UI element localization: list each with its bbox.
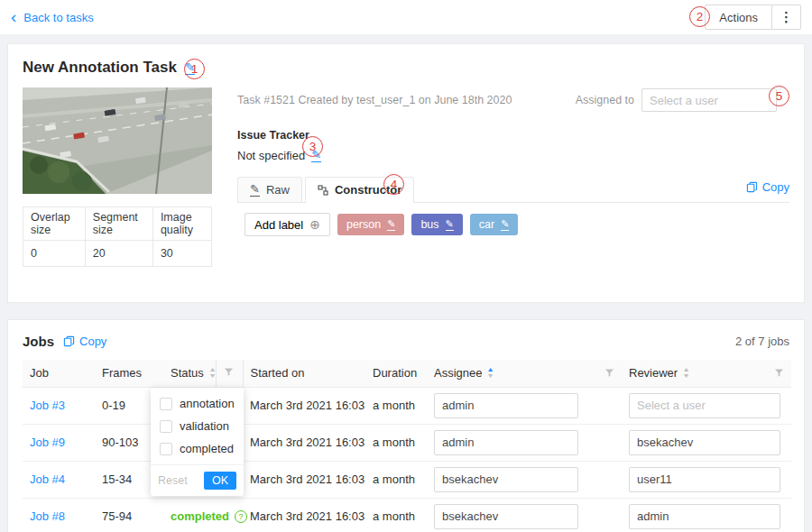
edit-issue-tracker-icon[interactable]: ✎	[311, 149, 321, 162]
assignee-filter-button[interactable]	[604, 368, 614, 378]
label-chip-bus-name: bus	[420, 218, 438, 231]
column-header-assignee[interactable]: Assignee	[427, 360, 622, 387]
filter-funnel-icon	[224, 367, 234, 377]
task-left-column: Overlap size Segment size Image quality …	[23, 87, 212, 267]
actions-more-button[interactable]: ⋮	[772, 5, 801, 30]
actions-button[interactable]: Actions	[705, 5, 772, 30]
task-right-column: Task #1521 Created by test_user_1 on Jun…	[237, 87, 789, 267]
reviewer-input[interactable]	[629, 504, 780, 529]
edit-label-icon[interactable]: ✎	[446, 219, 454, 231]
column-header-status[interactable]: Status	[163, 360, 216, 387]
jobs-header: Jobs Copy 2 of 7 jobs	[23, 331, 789, 351]
label-chip-person[interactable]: person ✎	[337, 214, 404, 235]
plus-circle-icon: ⊕	[309, 218, 320, 231]
assignee-input[interactable]	[434, 467, 578, 492]
issue-tracker-value: Not specified	[237, 149, 305, 162]
job-link[interactable]: Job #4	[30, 472, 65, 486]
column-duration-label: Duration	[373, 366, 417, 380]
filter-option-validation[interactable]: validation	[151, 415, 244, 437]
duration-cell: a month	[365, 498, 427, 532]
question-circle-icon[interactable]: ?	[235, 510, 247, 523]
filter-option-annotation[interactable]: annotation	[151, 392, 244, 415]
labels-tabs-bar: ✎ Raw Constructor Copy	[237, 177, 789, 203]
jobs-table: Job Frames Status Started on Duration As…	[23, 360, 791, 532]
checkbox-annotation[interactable]	[160, 398, 172, 410]
column-status-label: Status	[171, 366, 204, 380]
param-header-overlap: Overlap size	[23, 207, 86, 241]
back-to-tasks-link[interactable]: ‹ Back to tasks	[11, 10, 94, 25]
job-row: Job #9 90-103 March 3rd 2021 16:03 a mon…	[23, 424, 791, 461]
column-frames-label: Frames	[102, 366, 142, 380]
param-header-segment: Segment size	[85, 207, 152, 241]
block-constructor-icon	[318, 185, 328, 196]
status-cell: completed ?	[163, 498, 243, 532]
edit-label-icon[interactable]: ✎	[387, 219, 395, 231]
pencil-icon: ✎	[250, 183, 260, 197]
copy-labels-link[interactable]: Copy	[746, 180, 789, 199]
label-chip-person-name: person	[346, 218, 381, 231]
reviewer-sort-icons[interactable]	[683, 367, 689, 379]
reviewer-filter-button[interactable]	[774, 368, 784, 378]
copy-jobs-label: Copy	[79, 335, 106, 348]
reviewer-input[interactable]	[629, 467, 780, 492]
back-to-tasks-label: Back to tasks	[23, 11, 93, 24]
column-started-label: Started on	[251, 366, 305, 380]
column-reviewer-label: Reviewer	[629, 366, 678, 380]
column-header-frames: Frames	[95, 360, 163, 387]
duration-cell: a month	[365, 461, 427, 498]
labels-constructor-area: Add label ⊕ person ✎ bus ✎ car ✎	[237, 203, 789, 246]
checkbox-completed[interactable]	[160, 443, 172, 455]
label-chip-car[interactable]: car ✎	[470, 214, 519, 235]
filter-option-annotation-label: annotation	[180, 397, 235, 410]
jobs-table-header-row: Job Frames Status Started on Duration As…	[23, 360, 791, 387]
task-assignee-select[interactable]	[641, 88, 777, 112]
column-header-reviewer[interactable]: Reviewer	[622, 360, 791, 387]
assignee-input[interactable]	[434, 430, 578, 455]
duration-cell: a month	[365, 424, 427, 461]
assignee-sort-icons[interactable]	[487, 367, 494, 379]
task-details-card: New Annotation Task ✎	[7, 43, 805, 303]
job-link[interactable]: Job #3	[30, 399, 65, 412]
filter-funnel-icon	[774, 368, 784, 378]
copy-icon	[63, 335, 75, 347]
checkbox-validation[interactable]	[160, 420, 172, 433]
status-filter-button[interactable]	[216, 360, 243, 387]
assignee-input[interactable]	[434, 393, 578, 418]
tab-constructor[interactable]: Constructor	[305, 177, 414, 203]
issue-tracker-row: Not specified ✎	[237, 147, 789, 164]
tab-raw[interactable]: ✎ Raw	[237, 177, 302, 202]
edit-label-icon[interactable]: ✎	[501, 219, 509, 231]
task-title: New Annotation Task	[23, 59, 177, 77]
job-link[interactable]: Job #8	[30, 509, 65, 523]
jobs-card: Jobs Copy 2 of 7 jobs Job Frames Status	[7, 319, 805, 532]
status-sort-icons[interactable]	[209, 367, 216, 379]
filter-option-completed[interactable]: completed	[151, 437, 244, 460]
add-label-button[interactable]: Add label ⊕	[245, 213, 330, 236]
filter-ok-button[interactable]: OK	[204, 472, 236, 490]
tab-raw-label: Raw	[266, 183, 290, 197]
copy-jobs-link[interactable]: Copy	[63, 335, 106, 348]
edit-task-name-icon[interactable]: ✎	[185, 61, 195, 75]
filter-reset-button[interactable]: Reset	[158, 474, 188, 487]
task-meta-text: Task #1521 Created by test_user_1 on Jun…	[237, 94, 512, 106]
job-row: Job #8 75-94 completed ? March 3rd 2021 …	[23, 498, 791, 532]
add-label-text: Add label	[254, 218, 303, 232]
task-meta-row: Task #1521 Created by test_user_1 on Jun…	[237, 87, 789, 113]
started-cell: March 3rd 2021 16:03	[243, 424, 365, 461]
task-body: Overlap size Segment size Image quality …	[23, 87, 789, 267]
column-assignee-label: Assignee	[434, 366, 482, 380]
param-value-segment: 20	[85, 241, 152, 267]
param-header-quality: Image quality	[152, 207, 211, 241]
filter-dropdown-footer: Reset OK	[151, 464, 244, 496]
assignee-input[interactable]	[434, 504, 578, 529]
job-link[interactable]: Job #9	[30, 436, 65, 449]
filter-option-validation-label: validation	[180, 419, 229, 433]
jobs-count: 2 of 7 jobs	[735, 335, 789, 348]
reviewer-input[interactable]	[629, 430, 780, 455]
status-completed-label: completed	[171, 509, 229, 523]
task-title-row: New Annotation Task ✎	[23, 57, 789, 78]
label-chip-car-name: car	[479, 218, 494, 231]
copy-icon	[746, 181, 758, 193]
reviewer-input[interactable]	[629, 393, 780, 418]
label-chip-bus[interactable]: bus ✎	[411, 214, 462, 235]
